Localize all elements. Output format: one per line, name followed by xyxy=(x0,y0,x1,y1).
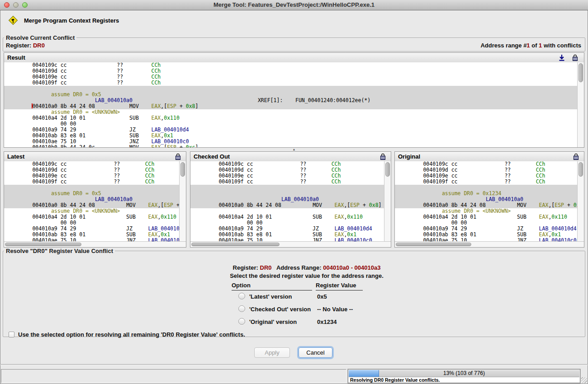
radio-label: 'Original' version xyxy=(249,318,297,325)
title-bar: Merge Tool: Features_DevTestProject:/Win… xyxy=(0,0,588,10)
splitter-grip-icon[interactable]: ▲ xyxy=(289,148,299,151)
register-value: -- No Value -- xyxy=(317,306,353,313)
original-version-radio[interactable] xyxy=(238,318,245,325)
phase-title: Merge Program Context Registers xyxy=(24,17,119,24)
result-vertical-scrollbar[interactable] xyxy=(577,62,584,147)
checked-out-panel: Checked Out 0040109c cc ?? CCh 0040109d … xyxy=(190,151,391,248)
register-name: DR0 xyxy=(33,42,45,49)
listing-row[interactable]: 0040109f cc ?? CCh xyxy=(398,179,584,185)
listing-row[interactable]: 0040109f cc ?? CCh xyxy=(194,179,391,185)
lock-icon[interactable] xyxy=(573,153,580,160)
scrollbar-thumb[interactable] xyxy=(579,162,583,177)
merge-icon xyxy=(8,15,18,25)
latest-panel: Latest 0040109c cc ?? CCh 0040109d cc ??… xyxy=(4,151,186,248)
checkbox-label: Use the selected option for resolving al… xyxy=(18,331,245,338)
cursor-caret xyxy=(32,103,33,108)
register-value-column-header: Register Value xyxy=(316,282,363,290)
original-horizontal-scrollbar[interactable] xyxy=(395,241,584,247)
original-panel-header: Original xyxy=(395,152,584,162)
original-vertical-scrollbar[interactable] xyxy=(577,161,584,241)
latest-vertical-scrollbar[interactable] xyxy=(179,161,186,241)
lock-icon[interactable] xyxy=(572,54,579,61)
progress-area: 13% (103 of 776) Resolving DR0 Register … xyxy=(348,369,580,383)
original-listing[interactable]: 0040109c cc ?? CCh 0040109d cc ?? CCh 00… xyxy=(395,161,584,241)
option-table: Option Register Value 'Latest' version 0… xyxy=(228,282,378,332)
group-title: Resolve Current Conflict xyxy=(4,34,76,41)
progress-bar: 13% (103 of 776) xyxy=(349,370,579,377)
listing-row[interactable]: 0040109f cc ?? CCh xyxy=(7,80,584,86)
apply-button[interactable]: Apply xyxy=(254,347,290,358)
lock-icon[interactable] xyxy=(380,153,387,160)
checked-out-listing[interactable]: 0040109c cc ?? CCh 0040109d cc ?? CCh 00… xyxy=(190,161,391,241)
checked-out-horizontal-scrollbar[interactable] xyxy=(190,241,391,247)
address-range-value: 004010a0 - 004010a3 xyxy=(323,264,380,271)
down-arrow-icon[interactable] xyxy=(559,54,566,61)
lock-icon[interactable] xyxy=(175,153,182,160)
original-panel: Original 0040109c cc ?? CCh 0040109d cc … xyxy=(394,151,584,248)
group-title: Resolve "DR0" Register Value Conflict xyxy=(4,248,115,254)
listing-row[interactable]: 004010b0 8b 44 24 0c MOV EAX,[ESP + 0xc] xyxy=(7,145,584,147)
result-listing[interactable]: 0040109c cc ?? CCh 0040109d cc ?? CCh 00… xyxy=(4,62,584,147)
listing-row[interactable]: 004010a0 8b 44 24 08 MOV EAX,[ESP + 0x8] xyxy=(190,202,391,208)
latest-panel-title: Latest xyxy=(7,152,24,161)
latest-listing[interactable]: 0040109c cc ?? CCh 0040109d cc ?? CCh 00… xyxy=(4,161,186,241)
checked-out-version-radio[interactable] xyxy=(238,305,245,312)
latest-horizontal-scrollbar[interactable] xyxy=(4,241,186,247)
option-column-header: Option xyxy=(232,282,312,290)
checked-out-panel-title: Checked Out xyxy=(194,152,230,161)
register-range-line: Register: DR0 Address Range: 004010a0 - … xyxy=(16,264,588,271)
result-panel-header: Result xyxy=(4,53,584,63)
listing-row[interactable] xyxy=(190,185,391,191)
status-divider xyxy=(0,364,588,365)
use-for-all-checkbox[interactable] xyxy=(9,332,14,337)
cancel-button[interactable]: Cancel xyxy=(299,347,332,358)
checked-out-panel-header: Checked Out xyxy=(190,152,391,162)
listing-row[interactable]: 0040109f cc ?? CCh xyxy=(7,179,186,185)
progress-text: 13% (103 of 776) xyxy=(349,370,579,377)
checked-out-vertical-scrollbar[interactable] xyxy=(384,161,391,241)
listing-row[interactable]: 004010ae 75 10 JNZ LAB_004010c0 xyxy=(398,238,584,241)
status-message-area xyxy=(1,369,346,383)
resolve-register-value-group: Resolve "DR0" Register Value Conflict Re… xyxy=(3,248,585,337)
result-panel: Result 0040109c cc ?? CCh 0040109d cc xyxy=(4,52,584,148)
merge-tool-window: { "window": { "title": "Merge Tool: Feat… xyxy=(0,0,588,384)
original-panel-title: Original xyxy=(398,152,420,161)
progress-message: Resolving DR0 Register Value conflicts. xyxy=(350,377,440,383)
scrollbar-thumb[interactable] xyxy=(191,243,280,246)
listing-row[interactable]: 004010a4 2d 10 01 SUB EAX,0x110 xyxy=(7,115,584,121)
result-panel-title: Result xyxy=(7,53,25,62)
window-title: Merge Tool: Features_DevTestProject:/Win… xyxy=(0,0,588,10)
address-range-indicator: Address range #1 of 1 with conflicts xyxy=(480,42,581,49)
scrollbar-thumb[interactable] xyxy=(180,162,185,177)
scrollbar-thumb[interactable] xyxy=(5,243,81,246)
listing-row[interactable]: 004010ae 75 10 JNZ LAB_004010c0 xyxy=(194,238,391,241)
scrollbar-thumb[interactable] xyxy=(396,243,471,246)
phase-header: Merge Program Context Registers xyxy=(8,15,119,26)
scrollbar-thumb[interactable] xyxy=(385,162,390,177)
register-value: 0x1234 xyxy=(317,318,337,325)
listing-row[interactable]: 004010ae 75 10 JNZ LAB_004010c0 xyxy=(7,238,186,241)
resolve-current-conflict-group: Resolve Current Conflict Register: DR0 A… xyxy=(3,34,585,52)
latest-version-radio[interactable] xyxy=(238,293,245,300)
register-value: 0x5 xyxy=(317,293,327,300)
register-name: DR0 xyxy=(260,264,272,271)
radio-label: 'Latest' version xyxy=(249,293,292,300)
resize-grip[interactable] xyxy=(581,377,587,383)
scrollbar-thumb[interactable] xyxy=(579,63,583,82)
instruction-line: Select the desired register value for th… xyxy=(16,272,588,279)
register-indicator: Register: DR0 xyxy=(6,42,45,49)
radio-label: 'Checked Out' version xyxy=(249,306,311,313)
latest-panel-header: Latest xyxy=(4,152,186,162)
